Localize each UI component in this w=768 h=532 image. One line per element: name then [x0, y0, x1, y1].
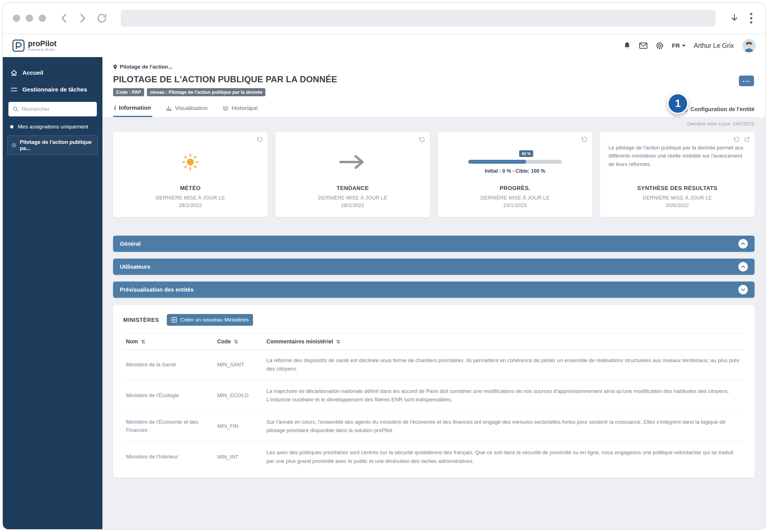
notifications-bell-icon[interactable] [623, 42, 631, 50]
assignments-label: Mes assignations uniquement [18, 124, 88, 130]
page-content: Dernière mise à jour: 24/1/2023 [102, 117, 765, 529]
header-actions: FR Arthur Le Grix [623, 39, 756, 52]
ministry-comment: Les axes des politiques prioritaires son… [266, 448, 742, 465]
progress-value-badge: 62 % [519, 150, 533, 157]
sidebar-item-gestionnaire-taches[interactable]: Gestionnaire de tâches [3, 81, 102, 98]
badges: Code : PAP niveau : Pilotage de l'action… [113, 88, 755, 96]
ministry-name: Ministère de l'Intérieur [126, 453, 210, 461]
accordion-previsualisation[interactable]: Prévisualisation des entités [113, 282, 755, 298]
card-progres: 62 % Initial : 0 % - Cible: 100 % PROGRÈ… [438, 132, 592, 217]
accordion-general[interactable]: Général [113, 236, 755, 252]
messages-envelope-icon[interactable] [639, 43, 647, 49]
code-badge: Code : PAP [113, 88, 144, 96]
entity-config-link[interactable]: Configuration de l'entité [680, 106, 755, 117]
url-bar[interactable] [121, 10, 715, 26]
brand-name: proPilot [28, 40, 57, 48]
language-selector[interactable]: FR [672, 42, 685, 49]
home-icon [11, 70, 17, 76]
last-update-text: Dernière mise à jour: 24/1/2023 [113, 117, 755, 132]
browser-chrome [3, 3, 765, 34]
forward-button[interactable] [77, 12, 89, 24]
browser-menu-icon[interactable] [747, 12, 755, 25]
progress-fill [468, 160, 526, 164]
propilot-logo-icon [12, 39, 25, 52]
tab-historique[interactable]: Historique [222, 101, 259, 117]
sun-icon [181, 153, 200, 171]
tab-visualisation[interactable]: Visualisation [165, 101, 209, 117]
card-update-date: 30/6/2022 [666, 202, 689, 209]
breadcrumb[interactable]: Pilotage de l'action... [113, 64, 755, 70]
app-logo[interactable]: proPilot Powered by dFakto [12, 39, 57, 52]
progress-widget: 62 % Initial : 0 % - Cible: 100 % [468, 150, 562, 174]
card-update-date: 24/1/2023 [504, 202, 527, 209]
window-dot [13, 15, 20, 22]
chevron-up-icon [738, 262, 748, 271]
window-dot [39, 15, 46, 22]
search-icon [13, 106, 18, 112]
download-icon[interactable] [728, 12, 741, 24]
window-dot [26, 15, 33, 22]
tab-label: Visualisation [175, 105, 208, 111]
history-icon[interactable] [581, 136, 588, 143]
sidebar: Accueil Gestionnaire de tâches [3, 57, 102, 529]
column-header-commentaires[interactable]: Commentaires ministériel [266, 338, 742, 345]
page-title: PILOTAGE DE L'ACTION PUBLIQUE PAR LA DON… [113, 74, 755, 85]
sidebar-item-label: Accueil [22, 69, 43, 76]
accordion-utilisateurs[interactable]: Utilisateurs [113, 259, 755, 275]
search-input[interactable] [22, 106, 92, 112]
external-link-icon[interactable] [744, 136, 750, 143]
more-actions-button[interactable]: ... [739, 76, 754, 86]
column-header-nom[interactable]: Nom [126, 338, 210, 345]
tab-information[interactable]: i Information [113, 100, 152, 117]
ministry-comment: Sur l'année en cours, l'ensemble des age… [266, 418, 742, 435]
create-ministry-button[interactable]: Créer un nouveau Ministères [167, 314, 253, 326]
ministry-name: Ministère de la Santé [126, 361, 210, 369]
settings-gear-icon[interactable] [656, 42, 664, 50]
accordion-label: Prévisualisation des entités [120, 287, 193, 293]
progress-range-label: Initial : 0 % - Cible: 100 % [468, 168, 562, 174]
history-icon [223, 105, 229, 111]
card-tendance: TENDANCE DERNIÈRE MISE À JOUR LE 28/2/20… [275, 132, 430, 217]
sidebar-item-accueil[interactable]: Accueil [3, 64, 102, 81]
ministries-title: MINISTÈRES [123, 317, 159, 323]
browser-window: proPilot Powered by dFakto FR Art [2, 2, 766, 530]
card-update-label: DERNIÈRE MISE À JOUR LE [481, 194, 550, 202]
column-label: Code [217, 338, 231, 345]
history-icon[interactable] [256, 136, 263, 143]
ministries-header: MINISTÈRES Créer un nouveau Ministères [123, 314, 744, 326]
table-row: Ministère de la Santé MIN_SANT La réform… [123, 350, 744, 380]
back-button[interactable] [58, 12, 70, 24]
avatar[interactable] [742, 39, 756, 52]
sidebar-search[interactable] [8, 102, 97, 116]
info-icon: i [114, 104, 116, 111]
ministry-code: MIN_INT [217, 454, 259, 460]
app-header: proPilot Powered by dFakto FR Art [3, 34, 765, 57]
table-row: Ministère de l'Écologie MIN_ECOLO La tra… [123, 380, 744, 411]
card-title: TENDANCE [336, 185, 369, 191]
annotation-marker-1: 1 [667, 93, 689, 114]
history-icon[interactable] [733, 136, 740, 143]
chevron-down-icon [682, 45, 685, 47]
sidebar-tree-item-pilotage[interactable]: Pilotage de l'action publique pa... [7, 135, 98, 155]
target-icon [11, 142, 17, 148]
card-title: PROGRÈS. [500, 185, 530, 191]
ministries-table: Nom Code [123, 334, 744, 472]
column-header-code[interactable]: Code [217, 338, 259, 345]
tab-label: Historique [231, 105, 258, 111]
card-title: MÉTÉO [180, 185, 201, 191]
window-controls [13, 15, 46, 22]
ministry-code: MIN_FIN [217, 423, 259, 429]
card-update-date: 28/2/2022 [179, 202, 202, 209]
create-ministry-label: Créer un nouveau Ministères [180, 317, 249, 323]
accordion-label: Général [120, 241, 141, 247]
history-icon[interactable] [419, 136, 425, 143]
chart-icon [166, 106, 172, 111]
tree-item-label: Pilotage de l'action publique pa... [20, 139, 94, 151]
column-label: Commentaires ministériel [266, 338, 333, 345]
toggle-dot-icon [10, 125, 13, 128]
refresh-button[interactable] [96, 12, 108, 24]
ministry-name: Ministère de l'Écologie [126, 392, 210, 400]
assignments-toggle[interactable]: Mes assignations uniquement [3, 119, 102, 133]
card-update-label: DERNIÈRE MISE À JOUR LE [643, 194, 712, 202]
page-header: Pilotage de l'action... PILOTAGE DE L'AC… [102, 57, 765, 117]
